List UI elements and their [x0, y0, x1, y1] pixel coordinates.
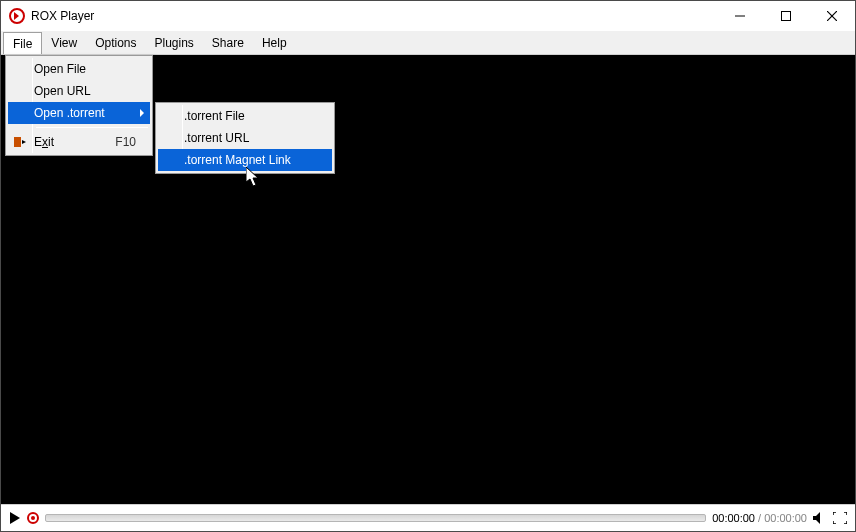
titlebar: ROX Player: [1, 1, 855, 31]
volume-button[interactable]: [813, 512, 827, 524]
svg-rect-1: [782, 12, 791, 21]
menu-exit-shortcut: F10: [115, 135, 136, 149]
fullscreen-button[interactable]: [833, 512, 847, 524]
exit-icon: [8, 135, 34, 149]
playback-controls: 00:00:00 / 00:00:00: [1, 504, 855, 531]
menu-open-url[interactable]: Open URL: [8, 80, 150, 102]
menu-exit-label: Exit: [34, 135, 91, 149]
seek-bar[interactable]: [45, 514, 706, 522]
maximize-button[interactable]: [763, 1, 809, 31]
torrent-submenu: .torrent File .torrent URL .torrent Magn…: [155, 102, 335, 174]
svg-marker-4: [10, 512, 20, 524]
svg-marker-9: [22, 140, 26, 144]
svg-rect-8: [14, 137, 21, 147]
menu-view[interactable]: View: [42, 31, 86, 54]
menu-options[interactable]: Options: [86, 31, 145, 54]
submenu-arrow-icon: [140, 109, 144, 117]
app-window: ROX Player File View Options Plugins Sha…: [0, 0, 856, 532]
app-icon: [9, 8, 25, 24]
svg-marker-7: [813, 512, 820, 524]
menubar: File View Options Plugins Share Help: [1, 31, 855, 55]
minimize-button[interactable]: [717, 1, 763, 31]
svg-point-6: [31, 516, 35, 520]
submenu-torrent-magnet[interactable]: .torrent Magnet Link: [158, 149, 332, 171]
submenu-torrent-url[interactable]: .torrent URL: [158, 127, 332, 149]
menu-open-torrent[interactable]: Open .torrent: [8, 102, 150, 124]
menu-help[interactable]: Help: [253, 31, 296, 54]
file-menu-dropdown: Open File Open URL Open .torrent Exit F1…: [5, 55, 153, 156]
elapsed-time: 00:00:00: [712, 512, 755, 524]
menu-exit[interactable]: Exit F10: [8, 131, 150, 153]
menu-share[interactable]: Share: [203, 31, 253, 54]
duration-time: 00:00:00: [764, 512, 807, 524]
menu-plugins[interactable]: Plugins: [146, 31, 203, 54]
window-title: ROX Player: [31, 9, 94, 23]
menu-separator: [36, 127, 148, 128]
close-button[interactable]: [809, 1, 855, 31]
play-button[interactable]: [9, 512, 21, 524]
menu-file[interactable]: File: [3, 32, 42, 54]
menu-open-file[interactable]: Open File: [8, 58, 150, 80]
record-button[interactable]: [27, 512, 39, 524]
timecode: 00:00:00 / 00:00:00: [712, 512, 807, 524]
submenu-torrent-file[interactable]: .torrent File: [158, 105, 332, 127]
